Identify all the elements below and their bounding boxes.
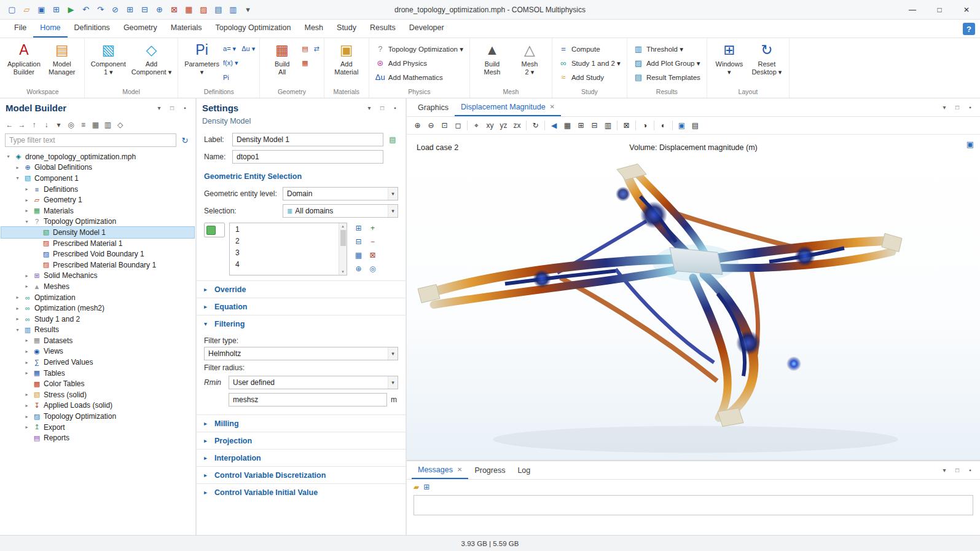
tree-item-optimization[interactable]: ▸∞Optimization (1, 292, 194, 303)
plot-settings-icon[interactable]: ▣ (966, 140, 974, 149)
menu-tab-mesh[interactable]: Mesh (297, 19, 330, 38)
panel-collapse-button[interactable]: ▾ (154, 103, 164, 113)
tree-item-derived-values[interactable]: ▸∑Derived Values (1, 357, 194, 368)
menu-tab-developer[interactable]: Developer (402, 19, 451, 38)
tree-expanded-arrow[interactable]: ▾ (14, 175, 21, 181)
selection-zoom-button[interactable]: ⊕ (353, 263, 364, 274)
panel-pin-button[interactable]: ▪ (965, 103, 975, 113)
tree-item-study-1-and-2[interactable]: ▸∞Study 1 and 2 (1, 314, 194, 325)
tab-graphics[interactable]: Graphics (412, 98, 455, 116)
section-filtering[interactable]: ▾Filtering (197, 315, 406, 332)
tree-expanded-arrow[interactable]: ▾ (23, 219, 30, 224)
ribbon-add-physics-button[interactable]: ⊛Add Physics (374, 57, 465, 69)
view-yz-button[interactable]: yz (497, 119, 510, 132)
ribbon-compute-button[interactable]: =Compute (557, 43, 622, 55)
menu-tab-definitions[interactable]: Definitions (68, 19, 117, 38)
panel-float-button[interactable]: □ (377, 103, 387, 113)
selection-dropdown[interactable]: ≣ All domains ▾ (283, 204, 398, 218)
menu-tab-file[interactable]: File (7, 19, 33, 38)
move-down-button[interactable]: ↓ (41, 119, 52, 131)
move-up-button[interactable]: ↑ (29, 119, 39, 131)
ribbon-add-material-button[interactable]: ▣Add Material (329, 39, 364, 76)
ribbon-application-builder-button[interactable]: AApplication Builder (6, 39, 42, 76)
ribbon-add-mathematics-button[interactable]: ΔuAdd Mathematics (374, 71, 465, 83)
tree-collapsed-arrow[interactable]: ▸ (14, 165, 21, 170)
tree-item-prescribed-material-1[interactable]: ▨Prescribed Material 1 (1, 238, 194, 249)
ribbon-windows-button[interactable]: ⊞Windows ▾ (711, 39, 747, 76)
ribbon-model-manager-button[interactable]: ▤Model Manager (44, 39, 80, 76)
tree-item-results[interactable]: ▾▥Results (1, 325, 194, 336)
tree-item-meshes[interactable]: ▸▲Meshes (1, 281, 194, 292)
messages-output[interactable] (414, 495, 973, 515)
panel-collapse-button[interactable]: ▾ (939, 103, 949, 113)
tree-item-drone-topology-optimization-mph[interactable]: ▾◈drone_topology_optimization.mph (1, 151, 194, 162)
cell-view-button[interactable]: ▥ (602, 119, 614, 132)
ribbon-add-study-button[interactable]: ≈Add Study (557, 71, 622, 83)
menu-tab-home[interactable]: Home (33, 19, 67, 38)
tree-collapsed-arrow[interactable]: ▸ (23, 370, 30, 376)
entity-level-dropdown[interactable]: Domain ▾ (283, 187, 398, 200)
image-grid-button[interactable]: ▦ (561, 119, 574, 132)
expand-menu-button[interactable]: ▾ (53, 119, 64, 131)
selection-list-item[interactable]: 4 (230, 258, 339, 270)
snapshot-button[interactable]: ▣ (675, 119, 688, 132)
save-search-button[interactable]: ⊞ (49, 2, 63, 17)
tree-collapsed-arrow[interactable]: ▸ (14, 306, 21, 311)
tree-collapsed-arrow[interactable]: ▸ (23, 403, 30, 408)
selection-list-scrollbar[interactable]: ▴▾ (339, 223, 347, 275)
tree-item-component-1[interactable]: ▾▧Component 1 (1, 173, 194, 184)
scene-light-button[interactable]: ◑ (638, 119, 651, 132)
minimize-button[interactable]: — (899, 0, 926, 19)
scroll-down-icon[interactable]: ▾ (342, 269, 344, 274)
tree-collapsed-arrow[interactable]: ▸ (23, 349, 30, 354)
zoom-in-button[interactable]: ⊕ (411, 119, 424, 132)
table-blue-button[interactable]: ▤ (211, 2, 225, 17)
rename-icon[interactable]: ▤ (387, 135, 398, 144)
selection-remove-button[interactable]: − (367, 236, 378, 247)
tree-collapsed-arrow[interactable]: ▸ (23, 273, 30, 279)
tree-collapsed-arrow[interactable]: ▸ (23, 283, 30, 289)
scroll-up-icon[interactable]: ▴ (342, 224, 344, 229)
tab-log[interactable]: Log (511, 461, 536, 479)
tree-item-datasets[interactable]: ▸▦Datasets (1, 335, 194, 346)
filter-type-dropdown[interactable]: Helmholtz ▾ (204, 347, 398, 360)
redo-button[interactable]: ↷ (93, 2, 108, 17)
ribbon-build-mesh-button[interactable]: ▲Build Mesh (474, 39, 510, 76)
tree-collapsed-arrow[interactable]: ▸ (23, 338, 30, 343)
open-file-button[interactable]: ▱ (20, 2, 34, 17)
save-button[interactable]: ▣ (34, 2, 49, 17)
close-button[interactable]: ✕ (953, 0, 980, 19)
menu-tab-study[interactable]: Study (330, 19, 363, 38)
tree-item-tables[interactable]: ▸▦Tables (1, 368, 194, 379)
tab-progress[interactable]: Progress (468, 461, 511, 479)
panel-pin-button[interactable]: ▪ (390, 103, 400, 113)
close-icon[interactable]: ✕ (550, 103, 555, 110)
tree-item-prescribed-void-boundary-1[interactable]: ▨Prescribed Void Boundary 1 (1, 248, 194, 260)
ribbon-build-all-button[interactable]: ▦Build All (264, 39, 300, 76)
color-scheme-button[interactable]: ◐ (657, 119, 670, 132)
tree-collapsed-arrow[interactable]: ▸ (23, 197, 30, 203)
transparency-button[interactable]: ◀ (547, 119, 560, 132)
tree-item-optimization-mesh2[interactable]: ▸∞Optimization (mesh2) (1, 303, 194, 314)
ribbon-add-component-button[interactable]: ◇Add Component ▾ (130, 39, 173, 76)
tree-item-applied-loads-solid[interactable]: ▸↧Applied Loads (solid) (1, 400, 194, 411)
selection-list-item[interactable]: 2 (230, 235, 339, 247)
ribbon-small-a-button[interactable]: a= ▾ (223, 45, 236, 53)
run-button[interactable]: ▶ (64, 2, 78, 17)
tab-messages[interactable]: Messages✕ (412, 461, 468, 479)
nav-back-button[interactable]: ← (4, 119, 15, 131)
tree-item-topology-optimization[interactable]: ▸▨Topology Optimization (1, 411, 194, 422)
paste-button[interactable]: ⊟ (138, 2, 152, 17)
menu-tab-results[interactable]: Results (363, 19, 402, 38)
ribbon-small-pi-button[interactable]: Pi (223, 74, 229, 81)
filter-menu-button[interactable]: ◇ (115, 119, 125, 131)
ribbon-component-1-button[interactable]: ▧Component 1 ▾ (89, 39, 128, 76)
customize-button[interactable]: ▾ (241, 2, 255, 17)
graphics-canvas[interactable]: Load case 2 Volume: Displacement magnitu… (407, 135, 980, 460)
tree-collapsed-arrow[interactable]: ▸ (23, 208, 30, 213)
ribbon-parameters-button[interactable]: PiParameters ▾ (182, 39, 221, 76)
tree-collapsed-arrow[interactable]: ▸ (14, 295, 21, 300)
clear-messages-button[interactable]: ▰ (414, 483, 419, 491)
show-menu-button[interactable]: ◎ (66, 119, 76, 131)
maximize-button[interactable]: □ (926, 0, 953, 19)
